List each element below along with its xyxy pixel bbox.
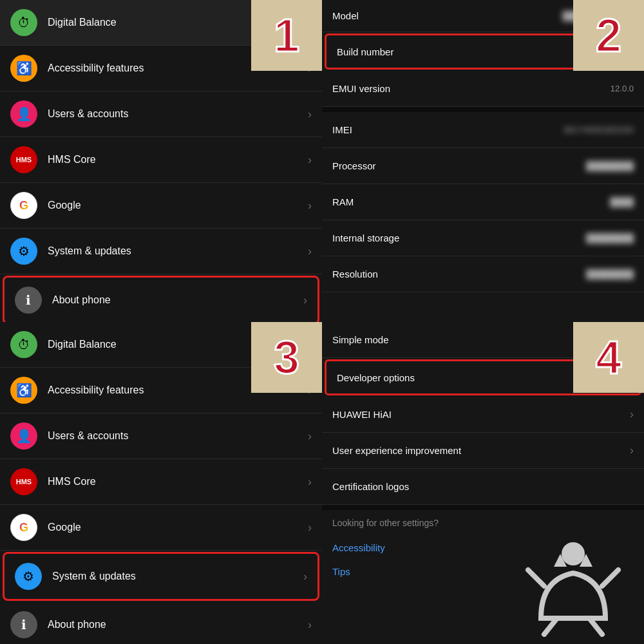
users-accounts-2-icon: 👤 — [10, 422, 37, 450]
settings-item-about-phone[interactable]: ℹ About phone › — [3, 276, 319, 322]
quadrant-1: 1 ⏱ Digital Balance › ♿ Accessibility fe… — [0, 0, 322, 322]
internal-storage-label: Internal storage — [332, 232, 399, 243]
chevron-icon: › — [308, 475, 312, 489]
settings-item-hms-core-2[interactable]: HMS HMS Core › — [0, 459, 322, 505]
emui-value: 12.0.0 — [611, 84, 634, 93]
resolution-value: ████████ — [586, 269, 634, 279]
imei-label: IMEI — [332, 124, 352, 135]
corner-label-4: 4 — [573, 322, 644, 393]
accessibility-icon: ♿ — [10, 55, 37, 82]
chevron-icon: › — [303, 570, 307, 583]
huawei-hiai-row[interactable]: HUAWEI HiAI › — [322, 397, 644, 433]
chevron-icon: › — [308, 430, 312, 443]
chevron-icon: › — [308, 245, 312, 258]
system-updates-label: System & updates — [48, 245, 308, 257]
quadrant-2: 2 Model ████████████ Build number 12.0.0… — [322, 0, 644, 322]
huawei-hiai-label: HUAWEI HiAI — [332, 409, 392, 420]
about-phone-2-label: About phone — [48, 619, 308, 630]
users-accounts-icon: 👤 — [10, 100, 37, 128]
processor-value: ████████ — [586, 161, 634, 171]
certification-logos-row[interactable]: Certification logos — [322, 469, 644, 505]
chevron-icon: › — [303, 294, 307, 307]
about-phone-2-icon: ℹ — [10, 611, 37, 638]
imei-value: 861744061902200 — [564, 125, 634, 135]
build-number-label: Build number — [337, 46, 393, 57]
processor-label: Processor — [332, 160, 376, 171]
simple-mode-label: Simple mode — [332, 334, 389, 345]
system-updates-2-label: System & updates — [52, 571, 303, 582]
section-divider — [322, 505, 644, 510]
digital-balance-2-icon: ⏱ — [10, 331, 37, 358]
svg-line-2 — [602, 570, 618, 586]
google-icon: G — [10, 192, 37, 219]
settings-item-google[interactable]: G Google › — [0, 183, 322, 229]
developer-options-label: Developer options — [337, 372, 415, 383]
quadrant-4: 4 Simple mode Developer options HUAWEI H… — [322, 322, 644, 644]
brand-logo-svg — [509, 535, 638, 638]
emui-version-row[interactable]: EMUI version 12.0.0 — [322, 71, 644, 107]
user-experience-row[interactable]: User experience improvement › — [322, 433, 644, 469]
settings-item-google-2[interactable]: G Google › — [0, 505, 322, 551]
accessibility-2-icon: ♿ — [10, 377, 37, 404]
about-phone-icon: ℹ — [15, 287, 42, 314]
hms-core-2-icon: HMS — [10, 468, 37, 495]
chevron-icon: › — [630, 408, 634, 421]
watermark-logo — [502, 528, 644, 644]
user-experience-label: User experience improvement — [332, 445, 461, 456]
google-2-label: Google — [48, 522, 308, 533]
processor-row[interactable]: Processor ████████ — [322, 148, 644, 184]
settings-item-hms-core[interactable]: HMS HMS Core › — [0, 137, 322, 183]
section-divider — [322, 107, 644, 112]
settings-item-about-phone-2[interactable]: ℹ About phone › — [0, 602, 322, 644]
google-2-icon: G — [10, 514, 37, 541]
ram-value: ████ — [610, 197, 634, 207]
settings-item-system-updates-2[interactable]: ⚙ System & updates › — [3, 552, 319, 601]
corner-label-2: 2 — [573, 0, 644, 71]
corner-label-1: 1 — [251, 0, 322, 71]
hms-core-2-label: HMS Core — [48, 476, 308, 488]
internal-storage-row[interactable]: Internal storage ████████ — [322, 220, 644, 256]
model-label: Model — [332, 10, 359, 21]
chevron-icon: › — [308, 108, 312, 121]
settings-item-users-accounts[interactable]: 👤 Users & accounts › — [0, 91, 322, 137]
quadrant-3: 3 ⏱ Digital Balance › ♿ Accessibility fe… — [0, 322, 322, 644]
chevron-icon: › — [308, 521, 312, 535]
emui-label: EMUI version — [332, 83, 390, 94]
settings-item-users-accounts-2[interactable]: 👤 Users & accounts › — [0, 413, 322, 459]
users-accounts-label: Users & accounts — [48, 108, 308, 120]
about-phone-label: About phone — [52, 294, 303, 306]
resolution-label: Resolution — [332, 269, 378, 279]
resolution-row[interactable]: Resolution ████████ — [322, 256, 644, 292]
settings-item-system-updates[interactable]: ⚙ System & updates › — [0, 229, 322, 274]
system-updates-icon: ⚙ — [10, 238, 37, 265]
imei-row[interactable]: IMEI 861744061902200 — [322, 112, 644, 148]
google-label: Google — [48, 200, 308, 211]
chevron-icon: › — [308, 153, 312, 167]
svg-line-1 — [528, 570, 544, 586]
ram-label: RAM — [332, 196, 354, 207]
internal-storage-value: ████████ — [586, 233, 634, 243]
corner-label-3: 3 — [251, 322, 322, 393]
hms-core-icon: HMS — [10, 146, 37, 173]
ram-row[interactable]: RAM ████ — [322, 184, 644, 220]
hms-core-label: HMS Core — [48, 154, 308, 166]
users-accounts-2-label: Users & accounts — [48, 430, 308, 442]
chevron-icon: › — [630, 444, 634, 457]
chevron-icon: › — [308, 199, 312, 213]
system-updates-2-icon: ⚙ — [15, 563, 42, 590]
chevron-icon: › — [308, 618, 312, 632]
certification-logos-label: Certification logos — [332, 481, 409, 492]
digital-balance-icon: ⏱ — [10, 9, 37, 36]
